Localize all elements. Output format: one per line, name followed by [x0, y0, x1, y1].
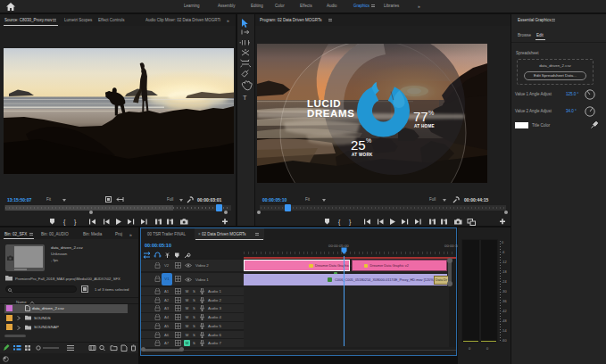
svg-text:77: 77 — [413, 109, 428, 124]
svg-text:25: 25 — [351, 137, 366, 153]
svg-text:AT WORK: AT WORK — [352, 153, 373, 157]
svg-text:{: { — [63, 219, 66, 226]
svg-text:DREAMS: DREAMS — [307, 108, 354, 119]
svg-text:%: % — [366, 137, 371, 144]
svg-text:AT HOME: AT HOME — [414, 124, 435, 128]
svg-text:T: T — [243, 94, 247, 102]
svg-text:}: } — [349, 219, 352, 226]
svg-text:{: { — [338, 219, 341, 226]
svg-text:}: } — [74, 219, 77, 226]
svg-text:%: % — [428, 110, 434, 116]
